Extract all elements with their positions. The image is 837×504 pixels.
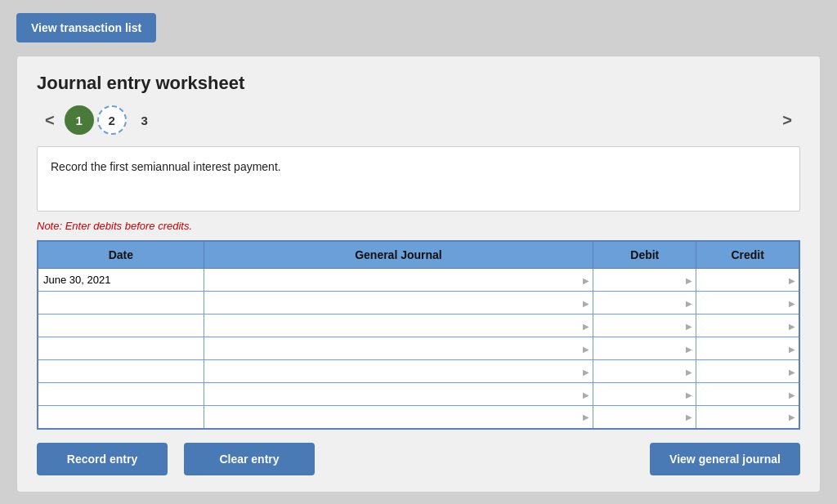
top-bar: View transaction list [0,0,837,56]
clear-entry-button[interactable]: Clear entry [184,443,315,475]
date-cell-0[interactable]: June 30, 2021 [38,269,204,292]
general-cell-2[interactable] [204,314,593,337]
debit-cell-1[interactable] [593,292,696,314]
table-row [38,383,799,406]
pagination-prev-arrow[interactable]: < [37,108,63,133]
page-btn-1[interactable]: 1 [65,105,94,135]
credit-cell-3[interactable] [696,337,799,360]
debit-cell-4[interactable] [593,360,696,383]
table-row [38,406,799,429]
general-cell-4[interactable] [204,360,593,383]
credit-cell-5[interactable] [696,383,799,406]
journal-table: Date General Journal Debit Credit June 3… [37,240,800,430]
table-row [38,314,799,337]
credit-cell-1[interactable] [696,292,799,314]
table-row [38,292,799,314]
date-cell-2[interactable] [38,314,204,337]
general-cell-5[interactable] [204,383,593,406]
general-cell-3[interactable] [204,337,593,360]
record-entry-button[interactable]: Record entry [37,443,168,475]
pagination-next-arrow[interactable]: > [774,108,800,133]
debit-cell-0[interactable] [593,269,696,292]
button-row: Record entry Clear entry View general jo… [37,443,800,475]
col-header-date: Date [38,241,204,269]
worksheet-title: Journal entry worksheet [37,73,800,94]
table-row: June 30, 2021 [38,269,799,292]
date-cell-4[interactable] [38,360,204,383]
page-btn-2[interactable]: 2 [97,105,127,135]
main-container: Journal entry worksheet < 1 2 3 > Record… [16,56,821,493]
view-general-journal-button[interactable]: View general journal [650,443,800,475]
instruction-text: Record the first semiannual interest pay… [51,160,281,173]
credit-cell-2[interactable] [696,314,799,337]
pagination: < 1 2 3 > [37,105,800,135]
view-transaction-button[interactable]: View transaction list [16,13,156,42]
general-cell-1[interactable] [204,292,593,314]
credit-cell-0[interactable] [696,269,799,292]
debit-cell-5[interactable] [593,383,696,406]
page-btn-3[interactable]: 3 [130,105,159,135]
date-cell-3[interactable] [38,337,204,360]
col-header-debit: Debit [593,241,696,269]
table-row [38,337,799,360]
credit-cell-4[interactable] [696,360,799,383]
date-cell-6[interactable] [38,406,204,429]
table-row [38,360,799,383]
date-cell-5[interactable] [38,383,204,406]
col-header-general-journal: General Journal [204,241,593,269]
debit-cell-6[interactable] [593,406,696,429]
date-cell-1[interactable] [38,292,204,314]
debit-cell-3[interactable] [593,337,696,360]
note-text: Note: Enter debits before credits. [37,220,800,232]
instruction-box: Record the first semiannual interest pay… [37,146,800,212]
general-cell-6[interactable] [204,406,593,429]
col-header-credit: Credit [696,241,799,269]
general-cell-0[interactable] [204,269,593,292]
debit-cell-2[interactable] [593,314,696,337]
credit-cell-6[interactable] [696,406,799,429]
